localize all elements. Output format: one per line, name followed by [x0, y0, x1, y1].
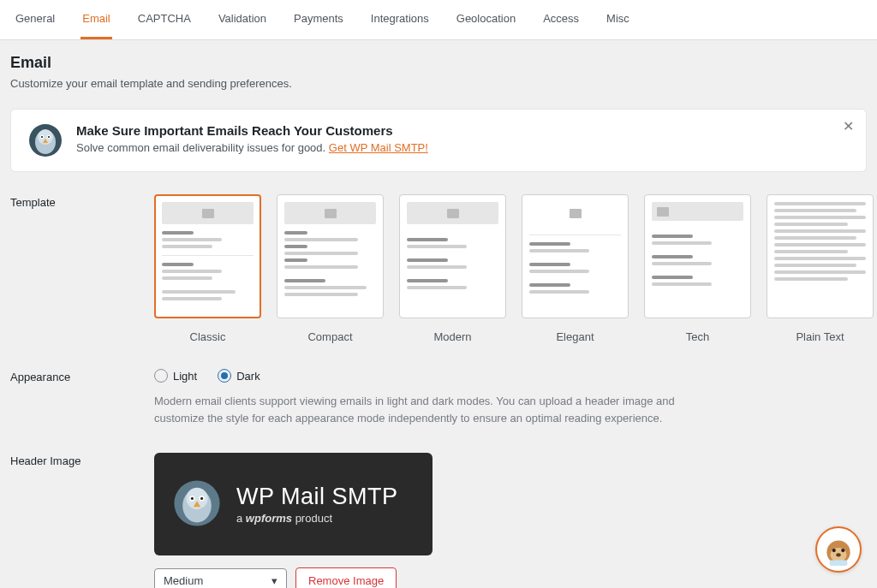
pigeon-icon: [28, 123, 63, 157]
remove-image-button[interactable]: Remove Image: [295, 567, 397, 588]
notice-title: Make Sure Important Emails Reach Your Cu…: [76, 123, 428, 138]
template-classic[interactable]: Classic: [154, 194, 261, 343]
tab-captcha[interactable]: CAPTCHA: [136, 0, 193, 39]
template-name: Elegant: [556, 330, 594, 343]
mascot-icon: [820, 532, 856, 567]
smtp-notice: Make Sure Important Emails Reach Your Cu…: [10, 109, 867, 172]
template-name: Modern: [433, 330, 471, 343]
tab-access[interactable]: Access: [541, 0, 581, 39]
tab-geolocation[interactable]: Geolocation: [455, 0, 517, 39]
tab-email[interactable]: Email: [81, 0, 112, 39]
template-compact[interactable]: Compact: [277, 194, 384, 343]
template-options: Classic Compact: [154, 194, 874, 343]
svg-point-5: [41, 136, 43, 138]
tab-payments[interactable]: Payments: [292, 0, 345, 39]
template-name: Compact: [307, 330, 352, 343]
svg-point-17: [832, 549, 836, 552]
svg-point-19: [836, 553, 840, 556]
appearance-label: Appearance: [10, 369, 154, 383]
tab-general[interactable]: General: [14, 0, 57, 39]
header-image-label: Header Image: [10, 453, 154, 467]
preview-subtitle: a wpforms product: [236, 512, 398, 525]
settings-tabs: General Email CAPTCHA Validation Payment…: [0, 0, 877, 40]
pigeon-icon: [173, 479, 221, 530]
appearance-light-radio[interactable]: Light: [154, 369, 197, 383]
tab-misc[interactable]: Misc: [605, 0, 631, 39]
svg-point-6: [48, 136, 50, 138]
svg-point-12: [191, 497, 194, 500]
template-modern[interactable]: Modern: [399, 194, 506, 343]
template-name: Classic: [190, 330, 226, 343]
svg-rect-20: [830, 561, 848, 566]
appearance-dark-radio[interactable]: Dark: [218, 369, 260, 383]
svg-point-13: [200, 497, 203, 500]
header-image-preview[interactable]: WP Mail SMTP a wpforms product: [154, 453, 433, 555]
template-tech[interactable]: Tech: [644, 194, 751, 343]
preview-title: WP Mail SMTP: [236, 484, 398, 510]
page-description: Customize your email template and sendin…: [10, 77, 867, 90]
template-name: Plain Text: [796, 330, 844, 343]
page-title: Email: [10, 54, 867, 72]
svg-point-18: [841, 549, 844, 552]
template-plain-text[interactable]: Plain Text: [767, 194, 874, 343]
get-wp-mail-smtp-link[interactable]: Get WP Mail SMTP!: [329, 141, 428, 154]
header-image-size-select[interactable]: Medium ▾: [154, 568, 287, 588]
template-name: Tech: [686, 330, 709, 343]
help-fab[interactable]: [815, 526, 862, 573]
notice-text: Solve common email deliverability issues…: [76, 141, 428, 154]
close-icon[interactable]: ✕: [843, 118, 854, 134]
tab-integrations[interactable]: Integrations: [369, 0, 431, 39]
appearance-hint: Modern email clients support viewing ema…: [154, 393, 702, 427]
chevron-down-icon: ▾: [271, 574, 277, 587]
template-elegant[interactable]: Elegant: [522, 194, 629, 343]
tab-validation[interactable]: Validation: [217, 0, 268, 39]
template-label: Template: [10, 194, 154, 209]
